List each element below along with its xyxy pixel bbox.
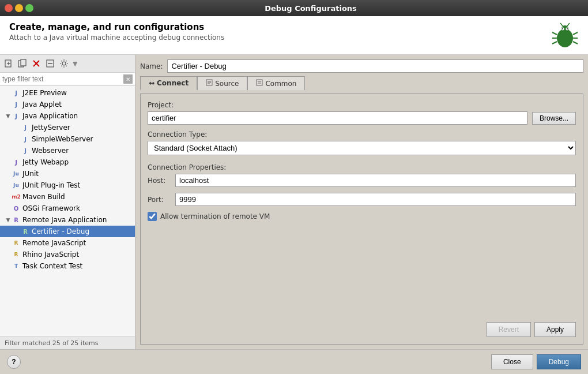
j2ee-icon: J [12,88,21,98]
host-input[interactable] [175,174,576,187]
sidebar-item-remote-java[interactable]: ▼ R Remote Java Application [0,214,135,226]
allow-termination-row: Allow termination of remote VM [148,212,576,221]
junit-plugin-icon: Ju [12,181,21,190]
search-input[interactable] [2,75,123,83]
connection-type-row: Standard (Socket Attach) Socket Listen [148,141,576,155]
java-applet-icon: J [12,100,21,109]
sidebar-item-junit[interactable]: Ju JUnit [0,168,135,179]
allow-termination-checkbox[interactable] [148,212,157,221]
connection-type-group: Connection Type: Standard (Socket Attach… [148,130,576,155]
duplicate-config-button[interactable] [16,57,29,70]
sidebar-item-task-context[interactable]: T Task Context Test [0,260,135,272]
simplewebserver-label: SimpleWebServer [32,135,93,143]
settings-button[interactable] [58,57,70,70]
browse-button[interactable]: Browse... [532,112,576,125]
svg-point-4 [562,28,563,29]
main-window: Create, manage, and run configurations A… [0,16,588,374]
spacer [148,227,576,314]
expand-arrow-j2ee [5,90,12,96]
task-context-label: Task Context Test [22,262,82,270]
search-bar: ✕ [0,73,135,86]
sidebar-item-junit-plugin[interactable]: Ju JUnit Plug-in Test [0,179,135,191]
connection-type-select[interactable]: Standard (Socket Attach) Socket Listen [148,141,576,155]
project-input[interactable] [148,111,527,125]
source-tab-icon [206,79,213,88]
host-row: Host: [148,174,576,187]
sidebar-item-webserver[interactable]: J Webserver [0,145,135,156]
help-button[interactable]: ? [7,355,21,369]
simplewebserver-icon: J [21,134,30,144]
settings-dropdown-icon[interactable]: ▼ [73,60,77,68]
bottom-right-buttons: Close Debug [491,354,581,369]
sidebar-item-java-application[interactable]: ▼ J Java Application [0,110,135,122]
sidebar-item-jetty-webapp[interactable]: J Jetty Webapp [0,156,135,168]
project-field-group: Project: Browse... [148,101,576,125]
revert-button[interactable]: Revert [487,322,531,337]
tab-common[interactable]: Common [247,76,305,90]
j2ee-label: J2EE Preview [22,89,67,97]
svg-line-8 [552,42,557,44]
remote-js-icon: R [12,238,21,248]
svg-rect-28 [257,80,262,85]
name-label: Name: [140,62,163,70]
junit-icon: Ju [12,169,21,178]
new-config-button[interactable] [2,57,15,70]
remote-js-label: Remote JavaScript [22,239,86,247]
java-applet-label: Java Applet [22,100,62,109]
header-title: Create, manage, and run configurations [9,22,224,32]
connection-props-group: Connection Properties: Host: Port: [148,161,576,206]
collapse-all-button[interactable] [44,57,56,70]
webserver-icon: J [21,146,30,155]
svg-line-9 [573,32,578,35]
sidebar-item-jettyserver[interactable]: J JettyServer [0,122,135,133]
header-text: Create, manage, and run configurations A… [9,22,224,42]
sidebar-item-simplewebserver[interactable]: J SimpleWebServer [0,133,135,145]
debug-button[interactable]: Debug [537,354,581,369]
osgi-label: OSGi Framework [22,204,80,212]
svg-point-23 [62,62,66,65]
close-button[interactable]: Close [491,354,533,369]
search-clear-button[interactable]: ✕ [123,74,133,84]
remote-java-label: Remote Java Application [22,216,107,224]
delete-config-button[interactable] [30,57,43,70]
maven-label: Maven Build [22,193,65,201]
remote-java-icon: R [12,215,21,225]
sidebar-item-maven[interactable]: m2 Maven Build [0,191,135,203]
svg-line-6 [552,32,557,35]
svg-line-11 [573,42,578,44]
source-tab-label: Source [215,80,239,88]
sidebar-item-java-applet[interactable]: J Java Applet [0,99,135,110]
common-tab-label: Common [265,80,296,88]
tab-source[interactable]: Source [197,76,247,90]
window-title: Debug Configurations [38,4,583,13]
bottom-bar: ? Close Debug [0,349,588,374]
host-label: Host: [148,177,171,185]
debug-bug-icon [551,22,579,50]
sidebar-item-certifier-debug[interactable]: R Certifier - Debug [0,226,135,237]
config-tree: J J2EE Preview J Java Applet ▼ J Java Ap… [0,86,135,336]
name-input[interactable] [167,59,583,73]
sidebar-item-remote-js[interactable]: R Remote JavaScript [0,237,135,249]
svg-line-12 [560,23,563,26]
port-input[interactable] [175,193,576,206]
jetty-webapp-icon: J [12,158,21,167]
svg-line-13 [567,23,570,26]
action-buttons-row: Revert Apply [148,320,576,337]
filter-status: Filter matched 25 of 25 items [0,336,135,349]
connection-props-label: Connection Properties: [148,163,576,171]
close-window-button[interactable] [5,4,13,12]
sidebar-item-osgi[interactable]: O OSGi Framework [0,203,135,214]
port-label: Port: [148,196,171,204]
minimize-window-button[interactable] [15,4,23,12]
tab-connect[interactable]: ↔ Connect [140,76,197,90]
sidebar-item-rhino-js[interactable]: R Rhino JavaScript [0,249,135,260]
apply-button[interactable]: Apply [534,322,576,337]
java-application-label: Java Application [22,112,78,120]
junit-label: JUnit [22,170,39,178]
osgi-icon: O [12,204,21,213]
connection-type-label: Connection Type: [148,130,576,139]
sidebar-item-j2ee[interactable]: J J2EE Preview [0,87,135,99]
window-controls[interactable] [5,4,33,12]
maximize-window-button[interactable] [25,4,33,12]
allow-termination-label: Allow termination of remote VM [160,212,270,220]
